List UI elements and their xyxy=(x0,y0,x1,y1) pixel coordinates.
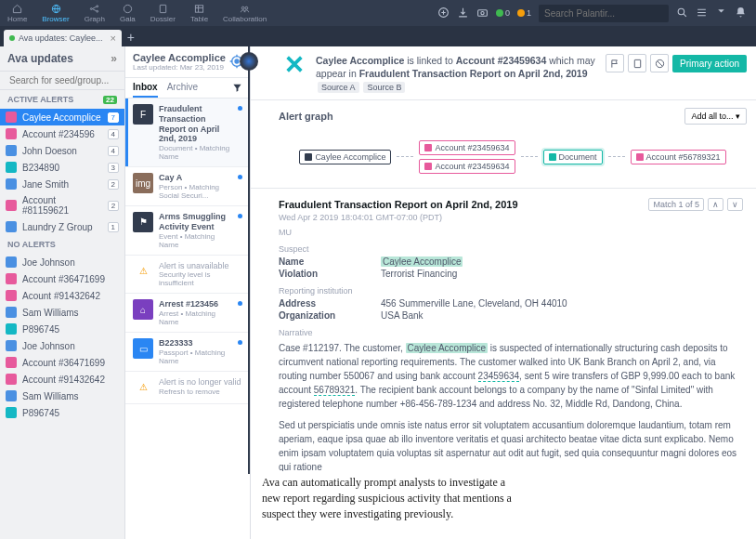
alert-item[interactable]: Account #36471699 xyxy=(0,270,124,287)
tab-archive[interactable]: Archive xyxy=(167,78,198,98)
alert-label: Account #36471699 xyxy=(22,274,105,284)
alert-item[interactable]: John Doeson4 xyxy=(0,142,124,159)
menu-icon[interactable] xyxy=(715,7,727,20)
alert-item[interactable]: B2348903 xyxy=(0,159,124,176)
alert-item[interactable]: Sam Williams xyxy=(0,304,124,321)
global-search-input[interactable] xyxy=(539,5,669,22)
alert-label: P896745 xyxy=(22,324,59,335)
alert-item[interactable]: P896745 xyxy=(0,321,124,337)
inbox-thumb: ▭ xyxy=(133,338,153,359)
content-header: Caylee Accomplice is linked to Account #… xyxy=(251,46,756,100)
camera-icon[interactable] xyxy=(476,7,489,20)
bell-icon[interactable] xyxy=(735,7,747,20)
svg-point-7 xyxy=(241,7,244,9)
chevron-right-icon[interactable]: » xyxy=(111,52,117,65)
sidebar-title: Ava updates xyxy=(7,52,73,65)
alert-item[interactable]: Account #91432642 xyxy=(0,371,124,388)
topnav-table[interactable]: Table xyxy=(183,0,215,26)
alert-label: B234890 xyxy=(22,163,59,173)
inbox-item-title: B223333 xyxy=(159,338,232,348)
tab-add-button[interactable]: + xyxy=(122,28,140,46)
svg-point-8 xyxy=(245,7,248,9)
alert-count: 2 xyxy=(108,179,119,190)
alert-label: Jane Smith xyxy=(22,179,69,190)
tab-ava-updates[interactable]: Ava updates: Caylee... × xyxy=(4,30,122,46)
tab-title: Ava updates: Caylee... xyxy=(19,33,102,43)
graph-node-account[interactable]: Account #56789321 xyxy=(631,150,726,164)
match-next-button[interactable]: ∨ xyxy=(727,198,743,211)
topnav-gaia[interactable]: Gaia xyxy=(112,0,143,26)
entity-icon xyxy=(6,323,17,335)
alert-item[interactable]: Account #36471699 xyxy=(0,354,124,371)
alert-label: Account #234596 xyxy=(22,129,95,139)
inbox-item-sub: Arrest • Matching Name xyxy=(159,309,232,326)
inbox-thumb: ⚑ xyxy=(133,212,153,232)
entity-icon xyxy=(6,200,17,211)
inbox-header: Caylee Accomplice Last updated: Mar 23, … xyxy=(125,46,250,78)
inbox-item-sub: Security level is insufficient xyxy=(159,270,242,287)
alert-item[interactable]: Account #2345964 xyxy=(0,125,124,142)
alert-item[interactable]: Joe Johnson xyxy=(0,254,124,270)
filter-icon[interactable] xyxy=(232,83,242,93)
inbox-item[interactable]: FFraudulent Transaction Report on April … xyxy=(125,99,250,167)
dossier-button[interactable] xyxy=(628,54,646,72)
topnav-browser[interactable]: Browser xyxy=(34,0,76,26)
document-title: Fraudulent Transaction Report on April 2… xyxy=(279,199,518,210)
topnav-graph[interactable]: Graph xyxy=(77,0,112,26)
dismiss-button[interactable] xyxy=(650,54,669,72)
topnav-collaboration[interactable]: Collaboration xyxy=(215,0,274,26)
match-prev-button[interactable]: ∧ xyxy=(708,198,723,211)
svg-rect-5 xyxy=(160,5,165,12)
alert-label: Caylee Accomplice xyxy=(22,112,100,123)
flag-button[interactable] xyxy=(606,54,624,72)
alert-item[interactable]: P896745 xyxy=(0,404,124,421)
inbox-item[interactable]: ⚠Alert is no longer validRefresh to remo… xyxy=(125,372,250,404)
inbox-item-title: Cay A xyxy=(159,173,232,183)
top-nav: HomeBrowserGraphGaiaDossierTableCollabor… xyxy=(0,0,756,26)
alert-item[interactable]: Laundry Z Group1 xyxy=(0,218,124,235)
topnav-dossier[interactable]: Dossier xyxy=(143,0,183,26)
callout-bulb xyxy=(240,52,258,71)
notif-green[interactable]: 0 xyxy=(496,8,510,18)
alert-item[interactable]: Caylee Accomplice7 xyxy=(0,109,124,125)
alert-item[interactable]: Acount #91432642 xyxy=(0,287,124,304)
add-all-button[interactable]: Add all to... ▾ xyxy=(684,108,747,125)
entity-icon xyxy=(6,390,17,401)
entity-icon xyxy=(6,221,17,232)
source-b-tag[interactable]: Source B xyxy=(363,82,405,93)
home-icon xyxy=(12,4,22,14)
list-icon[interactable] xyxy=(696,7,708,20)
inbox-item[interactable]: ▭B223333Passport • Matching Name xyxy=(125,333,250,372)
unread-dot xyxy=(238,340,242,345)
alert-count: 2 xyxy=(108,201,119,211)
alert-item[interactable]: Sam Williams xyxy=(0,388,124,404)
alert-item[interactable]: Jane Smith2 xyxy=(0,176,124,192)
alert-item[interactable]: Account #811596212 xyxy=(0,192,124,218)
topnav-home[interactable]: Home xyxy=(0,0,34,26)
sidebar-search-input[interactable] xyxy=(9,75,125,85)
primary-action-button[interactable]: Primary action xyxy=(672,55,747,72)
notif-orange[interactable]: 1 xyxy=(517,8,531,18)
inbox-item[interactable]: ⚑Arms Smuggling Activity EventEvent • Ma… xyxy=(125,206,250,256)
inbox-item[interactable]: ⚠Alert is unavailableSecurity level is i… xyxy=(125,256,250,295)
inbox-item[interactable]: imgCay APerson • Matching Social Securi.… xyxy=(125,167,250,206)
tab-inbox[interactable]: Inbox xyxy=(133,78,158,98)
alert-label: Joe Johnson xyxy=(22,341,75,351)
suspect-name[interactable]: Caylee Accomplice xyxy=(381,256,463,267)
inbox-thumb: img xyxy=(133,173,153,193)
inbox-item-sub: Event • Matching Name xyxy=(159,232,232,249)
graph-node-document[interactable]: Document xyxy=(543,150,603,164)
alert-graph[interactable]: Caylee Accomplice Account #23459634 Acco… xyxy=(279,134,747,180)
add-icon[interactable] xyxy=(437,7,450,20)
search-icon[interactable] xyxy=(676,7,688,20)
download-icon[interactable] xyxy=(457,7,469,20)
source-a-tag[interactable]: Source A xyxy=(318,82,359,93)
close-icon[interactable]: × xyxy=(110,33,115,44)
graph-node-account[interactable]: Account #23459634 xyxy=(419,159,515,174)
graph-node-account[interactable]: Account #23459634 xyxy=(419,140,515,155)
inbox-item[interactable]: ⌂Arrest #123456Arrest • Matching Name xyxy=(125,294,250,333)
alert-item[interactable]: Joe Johnson xyxy=(0,337,124,354)
unread-dot xyxy=(238,301,242,306)
graph-node-person[interactable]: Caylee Accomplice xyxy=(299,150,391,164)
svg-rect-6 xyxy=(195,5,202,11)
